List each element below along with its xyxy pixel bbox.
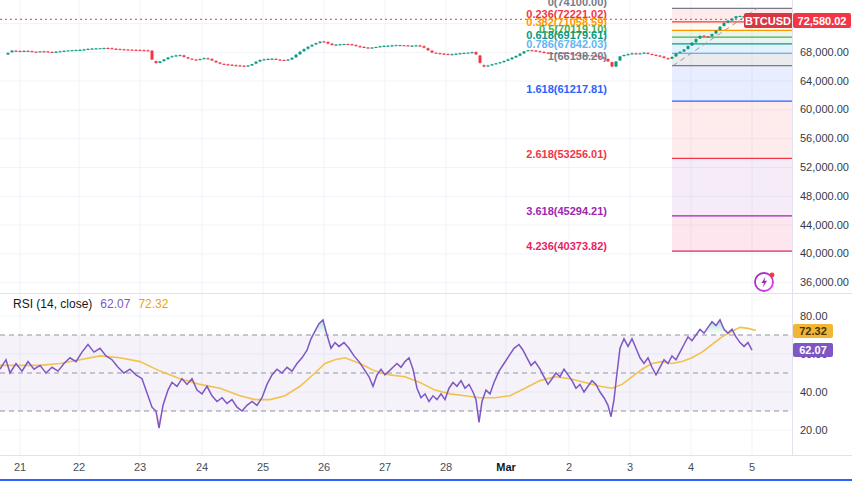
symbol-tag: BTCUSD	[744, 13, 792, 28]
pane-separator[interactable]	[0, 293, 852, 294]
time-axis-label: 25	[257, 461, 269, 473]
rsi-axis-label: 80.00	[800, 310, 828, 322]
time-axis-label: 3	[627, 461, 633, 473]
price-axis-label: 52,000.00	[800, 161, 849, 173]
rsi-chart-canvas[interactable]	[0, 293, 793, 455]
price-axis-label: 48,000.00	[800, 190, 849, 202]
time-axis-separator	[0, 455, 852, 456]
rsi-axis-label: 20.00	[800, 424, 828, 436]
candlestick-chart-canvas[interactable]	[0, 0, 793, 293]
time-axis-label: 2	[566, 461, 572, 473]
price-axis-label: 60,000.00	[800, 103, 849, 115]
time-axis-label: 26	[318, 461, 330, 473]
price-axis-label: 68,000.00	[800, 46, 849, 58]
rsi-axis-label: 40.00	[800, 386, 828, 398]
lightning-boost-icon[interactable]	[753, 269, 777, 293]
time-axis-label: 27	[379, 461, 391, 473]
last-price-badge: 72,580.02	[793, 13, 851, 28]
trading-chart-window: 0(74100.00)0.236(72221.02)0.382(71058.59…	[0, 0, 852, 485]
rsi-value-main: 62.07	[100, 297, 130, 311]
price-axis-label: 40,000.00	[800, 247, 849, 259]
time-axis-label: 4	[688, 461, 694, 473]
time-axis-label: 22	[73, 461, 85, 473]
price-axis-label: 36,000.00	[800, 276, 849, 288]
time-axis-label: 24	[196, 461, 208, 473]
price-axis[interactable]: 72,000.0068,000.0064,000.0060,000.0056,0…	[793, 0, 852, 293]
time-axis-label: 28	[440, 461, 452, 473]
time-axis[interactable]: 2122232425262728Mar2345	[0, 455, 852, 479]
axis-separator-vertical	[792, 0, 793, 455]
rsi-chart-pane[interactable]	[0, 293, 793, 455]
candlestick-chart-pane[interactable]	[0, 0, 793, 293]
price-axis-label: 64,000.00	[800, 75, 849, 87]
time-axis-label: 21	[14, 461, 26, 473]
rsi-axis[interactable]: 80.0060.0040.0020.00	[793, 293, 852, 455]
rsi-value-ma: 72.32	[138, 297, 168, 311]
rsi-ma-badge: 72.32	[793, 324, 833, 338]
bottom-accent-line	[0, 479, 852, 481]
time-axis-label: Mar	[496, 461, 516, 473]
price-axis-label: 56,000.00	[800, 132, 849, 144]
rsi-indicator-legend[interactable]: RSI (14, close)62.0772.32	[13, 297, 168, 311]
time-axis-label: 23	[134, 461, 146, 473]
rsi-title: RSI (14, close)	[13, 297, 92, 311]
time-axis-label: 5	[749, 461, 755, 473]
rsi-main-badge: 62.07	[793, 343, 833, 357]
price-axis-label: 44,000.00	[800, 219, 849, 231]
